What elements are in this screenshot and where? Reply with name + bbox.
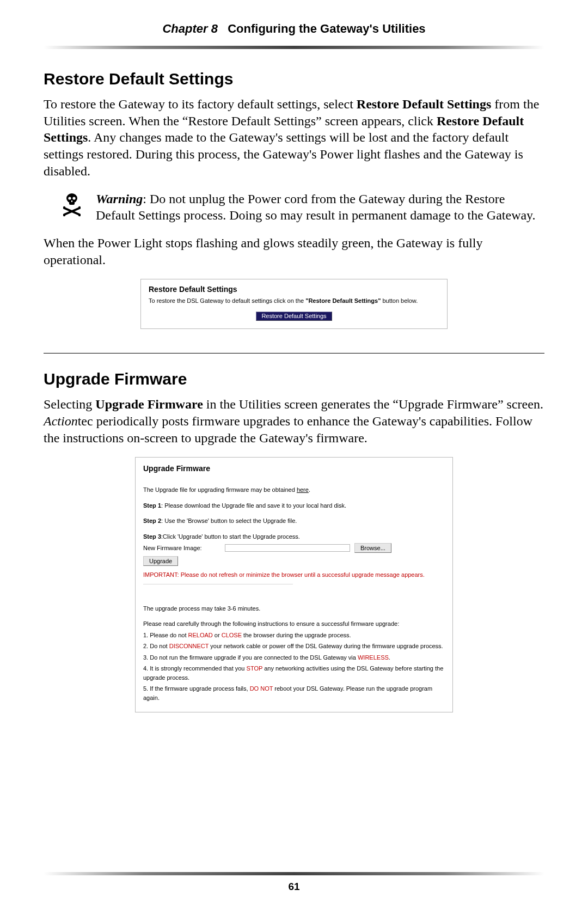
skull-crossbones-icon	[63, 193, 81, 219]
restore-settings-screenshot: Restore Default Settings To restore the …	[140, 279, 448, 329]
panel2-title: Upgrade Firmware	[143, 463, 445, 474]
section-heading-upgrade: Upgrade Firmware	[44, 370, 544, 388]
section-divider	[44, 353, 544, 354]
restore-paragraph-1: To restore the Gateway to its factory de…	[44, 96, 544, 180]
panel1-description: To restore the DSL Gateway to default se…	[149, 297, 439, 305]
upgrade-firmware-screenshot: Upgrade Firmware The Upgrade file for up…	[135, 457, 453, 712]
instruction-4: 4. It is strongly recommended that you S…	[143, 664, 445, 682]
chapter-header: Chapter 8 Configuring the Gateway's Util…	[44, 22, 544, 46]
footer-divider	[44, 872, 544, 875]
instruction-1: 1. Please do not RELOAD or CLOSE the bro…	[143, 631, 445, 640]
section-heading-restore: Restore Default Settings	[44, 70, 544, 88]
header-divider	[44, 46, 544, 49]
firmware-image-input[interactable]	[225, 544, 350, 552]
svg-point-3	[72, 197, 75, 199]
instruction-2: 2. Do not DISCONNECT your network cable …	[143, 642, 445, 651]
panel1-title: Restore Default Settings	[149, 285, 439, 294]
chapter-label: Chapter 8	[162, 22, 217, 35]
restore-paragraph-2: When the Power Light stops flashing and …	[44, 235, 544, 268]
step-2: Step 2: Use the 'Browse' button to selec…	[143, 516, 445, 526]
important-note: IMPORTANT: Please do not refresh or mini…	[143, 570, 445, 580]
here-link[interactable]: here	[297, 486, 309, 493]
svg-point-7	[63, 206, 65, 208]
browse-button[interactable]: Browse...	[354, 543, 391, 553]
panel2-inner-divider	[143, 584, 293, 584]
svg-point-10	[78, 214, 81, 216]
chapter-title: Configuring the Gateway's Utilities	[228, 22, 425, 35]
instructions-intro: Please read carefully through the follow…	[143, 619, 445, 629]
svg-rect-4	[71, 200, 72, 202]
restore-default-settings-button[interactable]: Restore Default Settings	[256, 312, 332, 321]
step-1: Step 1: Please download the Upgrade file…	[143, 501, 445, 510]
upgrade-paragraph-1: Selecting Upgrade Firmware in the Utilit…	[44, 396, 544, 446]
panel2-intro: The Upgrade file for upgrading firmware …	[143, 485, 445, 495]
duration-note: The upgrade process may take 3-6 minutes…	[143, 604, 445, 613]
svg-point-9	[63, 214, 65, 216]
svg-point-8	[78, 206, 81, 208]
warning-block: Warning: Do not unplug the Power cord fr…	[63, 191, 544, 224]
instruction-3: 3. Do not run the firmware upgrade if yo…	[143, 653, 445, 662]
warning-text: Warning: Do not unplug the Power cord fr…	[96, 191, 544, 224]
upgrade-button[interactable]: Upgrade	[143, 556, 178, 566]
firmware-image-label: New Firmware Image:	[143, 544, 220, 553]
page-number: 61	[0, 881, 588, 893]
step-3: Step 3:Click 'Upgrade' button to start t…	[143, 532, 445, 541]
instruction-5: 5. If the firmware upgrade process fails…	[143, 684, 445, 702]
svg-point-2	[68, 197, 71, 199]
